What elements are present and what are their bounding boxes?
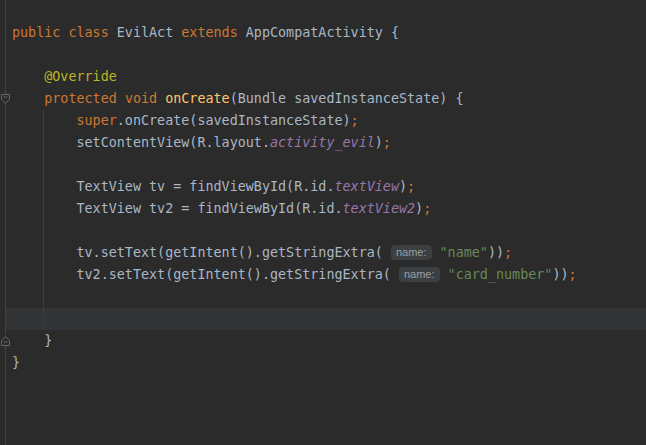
code-token: )) (552, 267, 568, 282)
code-token: ; (407, 179, 415, 194)
code-token: extends (181, 25, 237, 40)
code-token (157, 91, 165, 106)
code-token: ; (569, 267, 577, 282)
code-line[interactable]: } (0, 352, 646, 374)
code-token (12, 113, 77, 128)
code-token (117, 91, 125, 106)
code-token: EvilAct (109, 25, 182, 40)
code-token: tv2.setText(getIntent().getStringExtra( (12, 267, 399, 282)
code-line[interactable] (0, 308, 646, 330)
code-line[interactable]: tv2.setText(getIntent().getStringExtra( … (0, 264, 646, 286)
code-line[interactable]: protected void onCreate(Bundle savedInst… (0, 88, 646, 110)
code-token: onCreate (165, 91, 230, 106)
code-token: ; (351, 113, 359, 128)
code-line[interactable]: setContentView(R.layout.activity_evil); (0, 132, 646, 154)
code-token (12, 69, 44, 84)
code-line[interactable] (0, 0, 646, 22)
code-token: ) (375, 135, 383, 150)
code-line[interactable] (0, 154, 646, 176)
fold-collapse-end-icon[interactable] (0, 335, 11, 347)
code-line[interactable]: TextView tv2 = findViewById(R.id.textVie… (0, 198, 646, 220)
code-token: TextView tv2 = findViewById(R.id. (12, 201, 343, 216)
code-line[interactable]: tv.setText(getIntent().getStringExtra( n… (0, 242, 646, 264)
code-token: .onCreate(savedInstanceState) (117, 113, 351, 128)
code-token: textView2 (343, 201, 416, 216)
code-token: ; (423, 201, 431, 216)
code-area[interactable]: public class EvilAct extends AppCompatAc… (0, 0, 646, 445)
code-token: } (12, 333, 52, 348)
code-line[interactable]: TextView tv = findViewById(R.id.textView… (0, 176, 646, 198)
code-token: textView (334, 179, 399, 194)
code-token (12, 91, 44, 106)
code-token: activity_evil (270, 135, 375, 150)
code-line[interactable] (0, 220, 646, 242)
code-token: TextView tv = findViewById(R.id. (12, 179, 334, 194)
code-token: class (68, 25, 108, 40)
code-token (440, 267, 448, 282)
code-token: ; (383, 135, 391, 150)
code-editor[interactable]: public class EvilAct extends AppCompatAc… (0, 0, 646, 445)
code-line[interactable]: super.onCreate(savedInstanceState); (0, 110, 646, 132)
code-token: tv.setText(getIntent().getStringExtra( (12, 245, 391, 260)
code-token: ) (399, 179, 407, 194)
code-token: )) (488, 245, 504, 260)
fold-collapse-start-icon[interactable] (0, 93, 11, 105)
code-token: AppCompatActivity { (238, 25, 399, 40)
code-token: setContentView(R.layout. (12, 135, 270, 150)
code-token: } (12, 355, 20, 370)
code-token: ; (504, 245, 512, 260)
code-token: public (12, 25, 60, 40)
code-token: void (125, 91, 157, 106)
code-token: ) (415, 201, 423, 216)
parameter-hint-pill: name: (399, 267, 440, 282)
code-token (432, 245, 440, 260)
code-token: "name" (440, 245, 488, 260)
code-token: super (77, 113, 117, 128)
code-token: protected (44, 91, 117, 106)
code-token: @Override (44, 69, 117, 84)
code-line[interactable]: public class EvilAct extends AppCompatAc… (0, 22, 646, 44)
parameter-hint-pill: name: (391, 245, 432, 260)
code-line[interactable] (0, 286, 646, 308)
code-line[interactable] (0, 44, 646, 66)
code-line[interactable]: } (0, 330, 646, 352)
code-line[interactable]: @Override (0, 66, 646, 88)
code-token: "card_number" (448, 267, 553, 282)
code-token: (Bundle savedInstanceState) { (230, 91, 464, 106)
